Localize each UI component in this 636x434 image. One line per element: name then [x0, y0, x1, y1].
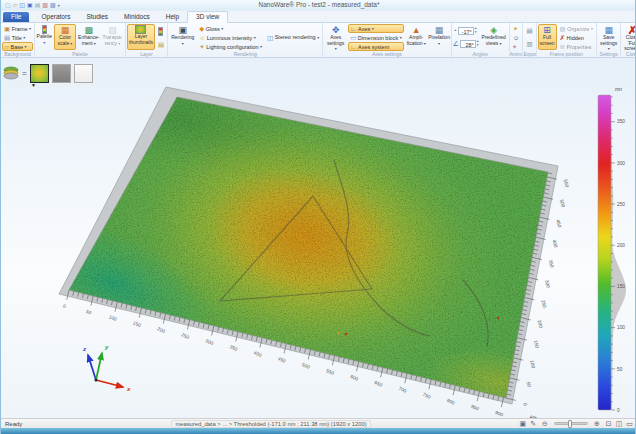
- enhance-ment-button[interactable]: ▩Enhance-ment ▾: [77, 24, 100, 50]
- axes-system-button[interactable]: ∟Axes system: [348, 42, 404, 51]
- tab-studies[interactable]: Studies: [78, 12, 116, 22]
- fit-button[interactable]: ⊡: [606, 420, 612, 428]
- axes-button[interactable]: ∟Axes▾: [348, 24, 404, 33]
- export-video-button[interactable]: ▥: [524, 39, 534, 48]
- zoom-slider[interactable]: [554, 422, 588, 425]
- layer-thumbnail-height-map[interactable]: [30, 64, 49, 83]
- zoom-in-button[interactable]: ⊕: [594, 420, 600, 428]
- view-3d[interactable]: 0501001502002503003504004505005506006507…: [1, 58, 636, 418]
- color-scale-label: Color scale ▾: [56, 35, 75, 46]
- organize-button[interactable]: ▩Organize▾: [558, 24, 596, 33]
- tab-minidocs[interactable]: Minidocs: [116, 12, 158, 22]
- ribbon-group-label-angles: Angles: [452, 51, 509, 57]
- status-text: Ready: [5, 421, 22, 427]
- ribbon-group-angles: ◔-17°▴▾∠28°▴▾◈Predefined views ▾Angles: [452, 23, 510, 57]
- defect-dot-red-2: [497, 317, 499, 319]
- caret-down-icon: ▾: [498, 41, 501, 46]
- layout-button[interactable]: ▭: [626, 420, 633, 428]
- spinner-arrows[interactable]: ▴▾: [477, 40, 479, 47]
- rotation-angle-spinner[interactable]: ◔-17°▴▾: [453, 25, 479, 36]
- layer-small-button[interactable]: ▤: [156, 40, 166, 49]
- export-image-button[interactable]: ▤: [524, 26, 534, 35]
- color-scale-button[interactable]: ▦Color scale ▾: [54, 24, 77, 50]
- hidden-label: Hidden: [566, 35, 583, 41]
- spinner-arrows[interactable]: ▴▾: [475, 27, 477, 34]
- dimension-block-button[interactable]: ▭Dimension block▾: [348, 33, 404, 42]
- export-image-icon: ▤: [526, 27, 532, 34]
- colorbar-label: 100: [617, 325, 625, 330]
- snapshot-button[interactable]: ▣: [520, 420, 527, 428]
- title-label: Title: [12, 35, 22, 41]
- rendering-button[interactable]: ▣Rendering ▾: [169, 24, 196, 50]
- layer-thumbnails-button[interactable]: Layer thumbnails: [127, 24, 155, 50]
- properties-button[interactable]: ≣Properties: [558, 42, 596, 51]
- pixelation-button[interactable]: ▦Pixelation ▾: [429, 24, 450, 50]
- gloss-button[interactable]: ◆Gloss▾: [197, 24, 264, 33]
- animation-target-button[interactable]: ⌖: [511, 42, 522, 51]
- base-button[interactable]: ▱Base▾: [2, 42, 33, 51]
- organize-icon: ▩: [560, 25, 566, 32]
- caret-down-icon: ▾: [25, 44, 27, 49]
- close-full-screen-button[interactable]: ✗Close 'Full screen': [622, 24, 636, 50]
- full-screen-label: Full screen: [540, 35, 555, 46]
- ribbon-group-label-palette: Palette: [35, 51, 125, 57]
- title-button[interactable]: ▤Title▾: [2, 33, 33, 42]
- predefined-views-button[interactable]: ◈Predefined views ▾: [480, 24, 508, 50]
- color-bar-button[interactable]: [156, 26, 166, 37]
- title-icon: ▤: [4, 34, 10, 41]
- y-axis-label: y: [104, 344, 109, 350]
- tab-help[interactable]: Help: [158, 12, 187, 22]
- annotate-button[interactable]: ✎: [530, 420, 536, 428]
- properties-icon: ≣: [560, 43, 565, 50]
- layer-thumbnail-white[interactable]: [74, 64, 93, 83]
- ribbon-group-label-close: Close: [621, 51, 636, 57]
- tab-3d-view[interactable]: 3D view: [187, 11, 228, 23]
- color-bar-icon: [158, 27, 163, 36]
- elevation-angle-spinner[interactable]: ∠28°▴▾: [453, 38, 479, 49]
- full-screen-button[interactable]: ⊞Full screen: [538, 24, 557, 50]
- animation-play-icon: ✶: [513, 25, 518, 32]
- layers-icon[interactable]: [3, 66, 19, 80]
- animation-play-button[interactable]: ✶: [511, 24, 522, 33]
- palette-button[interactable]: Palette ▾: [36, 24, 53, 50]
- luminous-icon: ☼: [199, 34, 205, 41]
- frame-icon: ▣: [4, 25, 10, 32]
- defect-dot-yellow: [338, 332, 340, 334]
- animation-actor-button[interactable]: ☺: [511, 33, 522, 42]
- predefined-views-label: Predefined views ▾: [482, 35, 506, 46]
- save-settings-button[interactable]: ▦Save settings ▾: [598, 24, 619, 50]
- frame-button[interactable]: ▣Frame▾: [2, 24, 33, 33]
- lighting-configuration-label: Lighting configuration: [206, 44, 258, 50]
- stereo-rendering-label: Stereo rendering: [275, 34, 316, 40]
- luminous-intensity-button[interactable]: ☼Luminous intensity▾: [197, 33, 264, 42]
- colorbar-label: 0: [617, 408, 620, 413]
- colorbar-unit: nm: [615, 86, 622, 92]
- ampli-fication-button[interactable]: ▲Ampli-fication ▾: [405, 24, 428, 50]
- elevation-angle-value[interactable]: 28°: [460, 40, 476, 48]
- caret-down-icon: ▾: [221, 26, 223, 31]
- close-full-screen-label: Close 'Full screen': [624, 35, 636, 52]
- hidden-button[interactable]: ✗Hidden: [558, 33, 596, 42]
- gloss-icon: ◆: [199, 25, 204, 32]
- zoom-slider-thumb[interactable]: [568, 420, 572, 428]
- axes-settings-button[interactable]: ✥Axes settings ▾: [324, 24, 347, 50]
- ribbon-group-label-frame-position: Frame position: [537, 51, 597, 57]
- tab-operators[interactable]: Operators: [33, 12, 78, 22]
- ribbon-group-settings: ▦Save settings ▾Settings: [597, 23, 621, 57]
- caret-down-icon: ▾: [400, 35, 402, 40]
- rotation-angle-value[interactable]: -17°: [458, 27, 474, 35]
- axes-system-icon: ∟: [350, 43, 356, 50]
- window-tools: ⊡◫▭: [606, 420, 633, 428]
- tab-file[interactable]: File: [3, 12, 29, 22]
- transpa-rency-button[interactable]: ▨Transpa-rency ▾: [101, 24, 124, 50]
- selected-layer-marker: ▼: [31, 82, 36, 88]
- caret-down-icon: ▾: [372, 26, 374, 31]
- stereo-rendering-button[interactable]: ◫Stereo rendering▾: [265, 33, 321, 42]
- layer-thumbnail-gray[interactable]: [52, 64, 71, 83]
- actual-button[interactable]: ◫: [616, 420, 623, 428]
- zoom-out-button[interactable]: ⊖: [542, 420, 548, 428]
- ribbon-group-layer: Layer thumbnails▤Layer: [126, 23, 168, 57]
- colorbar-label: 200: [617, 243, 625, 248]
- lighting-configuration-button[interactable]: ✦Lighting configuration▾: [197, 42, 264, 51]
- surface-3d-canvas[interactable]: 0501001502002503003504004505005506006507…: [1, 58, 636, 418]
